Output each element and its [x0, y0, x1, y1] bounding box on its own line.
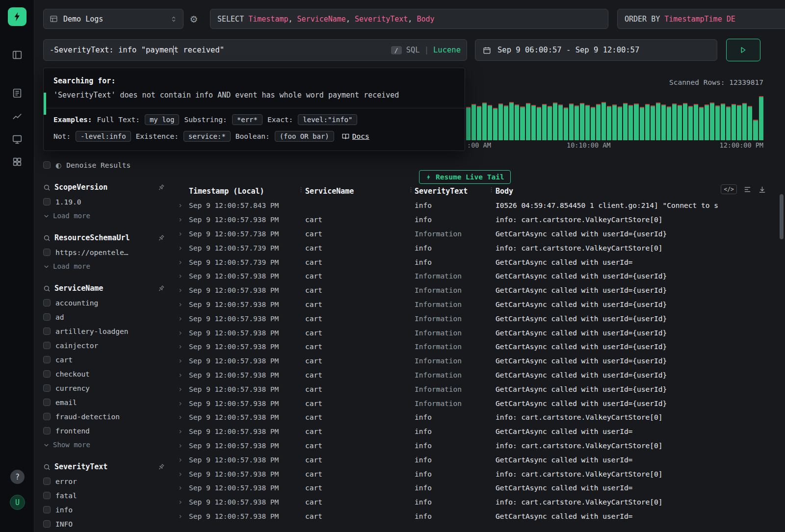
filter-option[interactable]: fraud-detection [43, 409, 173, 424]
mode-sql-toggle[interactable]: SQL [406, 46, 420, 54]
checkbox[interactable] [43, 520, 51, 528]
expand-chevron-icon[interactable]: › [178, 385, 189, 394]
column-header-timestamp[interactable]: Timestamp (Local) [189, 187, 305, 196]
log-row[interactable]: ›Sep 9 12:00:57.938 PMcartinfoGetCartAsy… [173, 425, 782, 439]
expand-chevron-icon[interactable]: › [178, 498, 189, 507]
histogram-bar[interactable] [651, 105, 655, 140]
line-view-icon[interactable] [743, 185, 752, 194]
expand-chevron-icon[interactable]: › [178, 399, 189, 408]
filter-option[interactable]: cart [43, 353, 173, 367]
expand-chevron-icon[interactable]: › [178, 371, 189, 380]
log-row[interactable]: ›Sep 9 12:00:57.938 PMcartInformationGet… [173, 311, 782, 326]
checkbox[interactable] [43, 492, 51, 499]
histogram-bar[interactable] [569, 103, 574, 140]
histogram-bar[interactable] [683, 103, 687, 140]
histogram-bar[interactable] [591, 107, 595, 140]
user-avatar[interactable]: U [10, 495, 25, 510]
log-row[interactable]: ›Sep 9 12:00:57.938 PMcartInformationGet… [173, 298, 782, 312]
sidebar-toggle-icon[interactable] [11, 49, 23, 61]
histogram-bar[interactable] [466, 107, 471, 140]
expand-chevron-icon[interactable]: › [178, 300, 189, 309]
expand-chevron-icon[interactable]: › [178, 512, 189, 521]
checkbox[interactable] [43, 478, 51, 485]
histogram-bar[interactable] [753, 120, 758, 140]
log-row[interactable]: ›Sep 9 12:00:57.938 PMcartInformationGet… [173, 269, 782, 283]
source-select[interactable]: Demo Logs [43, 9, 183, 29]
histogram-bar[interactable] [498, 103, 503, 140]
histogram-bar[interactable] [688, 106, 693, 140]
filter-option[interactable]: info [43, 503, 173, 517]
log-row[interactable]: ›Sep 9 12:00:57.739 PMcartinfoinfo: cart… [173, 241, 782, 255]
histogram-bar[interactable] [548, 106, 552, 140]
expand-chevron-icon[interactable]: › [178, 244, 189, 253]
histogram-bar[interactable] [564, 107, 568, 140]
select-columns-input[interactable]: SELECT Timestamp, ServiceName, SeverityT… [210, 9, 608, 29]
mode-lucene-toggle[interactable]: Lucene [433, 46, 461, 54]
histogram-bar[interactable] [515, 104, 519, 140]
vertical-scrollbar[interactable] [780, 194, 784, 239]
log-row[interactable]: ›Sep 9 12:00:57.938 PMcartinfoinfo: cart… [173, 495, 782, 509]
histogram-bar[interactable] [526, 103, 530, 140]
histogram-bar[interactable] [558, 104, 563, 140]
checkbox[interactable] [43, 161, 51, 169]
logs-nav-icon[interactable] [11, 87, 23, 99]
histogram-bar[interactable] [482, 102, 487, 140]
load-more-link[interactable]: Load more [43, 209, 173, 223]
log-row[interactable]: ›Sep 9 12:00:57.739 PMcartinfoGetCartAsy… [173, 255, 782, 269]
filter-option[interactable]: ad [43, 310, 173, 324]
histogram-bar[interactable] [726, 106, 731, 140]
filter-option[interactable]: cainjector [43, 338, 173, 353]
log-row[interactable]: ›Sep 9 12:00:57.843 PMinfoI0526 04:59:47… [173, 199, 782, 213]
log-row[interactable]: ›Sep 9 12:00:57.938 PMcartInformationGet… [173, 283, 782, 298]
filter-option[interactable]: currency [43, 381, 173, 395]
date-range-picker[interactable]: Sep 9 06:00:57 - Sep 9 12:00:57 [475, 39, 717, 61]
show-more-link[interactable]: Show more [43, 438, 173, 452]
resume-live-tail-button[interactable]: Resume Live Tail [419, 170, 511, 184]
histogram-bar[interactable] [715, 105, 720, 140]
expand-chevron-icon[interactable]: › [178, 314, 189, 323]
checkbox[interactable] [43, 384, 51, 392]
log-row[interactable]: ›Sep 9 12:00:57.938 PMcartInformationGet… [173, 368, 782, 382]
column-resize-handle[interactable]: ⋮ [408, 186, 414, 193]
filter-option[interactable]: email [43, 395, 173, 409]
histogram-bar[interactable] [553, 102, 557, 140]
histogram-bar[interactable] [645, 104, 650, 140]
checkbox[interactable] [43, 328, 51, 335]
filter-option[interactable]: checkout [43, 367, 173, 381]
histogram-bar[interactable] [612, 104, 617, 140]
histogram-bar[interactable] [509, 102, 514, 140]
histogram-bar[interactable] [618, 106, 622, 140]
histogram-bar[interactable] [531, 105, 536, 140]
checkbox[interactable] [43, 356, 51, 363]
histogram-bar[interactable] [580, 103, 584, 140]
checkbox[interactable] [43, 506, 51, 513]
expand-chevron-icon[interactable]: › [178, 215, 189, 224]
pin-icon[interactable] [156, 461, 166, 472]
log-row[interactable]: ›Sep 9 12:00:57.938 PMcartInformationGet… [173, 382, 782, 396]
histogram-bar[interactable] [737, 105, 741, 140]
checkbox[interactable] [43, 342, 51, 349]
denoise-results-toggle[interactable]: ◐ Denoise Results [43, 158, 173, 172]
load-more-link[interactable]: Load more [43, 259, 173, 273]
filter-option[interactable]: frontend [43, 424, 173, 438]
expand-chevron-icon[interactable]: › [178, 286, 189, 295]
docs-link[interactable]: Docs [342, 132, 369, 140]
checkbox[interactable] [43, 413, 51, 420]
gear-icon[interactable]: ⚙ [186, 12, 201, 26]
filter-option[interactable]: error [43, 474, 173, 488]
histogram-bar[interactable] [471, 104, 476, 140]
histogram-bar[interactable] [607, 106, 611, 140]
histogram-bar[interactable] [628, 105, 633, 140]
histogram-bar[interactable] [656, 102, 660, 140]
column-resize-handle[interactable]: ⋮ [488, 186, 495, 193]
monitor-nav-icon[interactable] [11, 133, 23, 145]
chart-nav-icon[interactable] [11, 111, 23, 123]
histogram-bar[interactable] [602, 102, 606, 140]
filter-option[interactable]: artillery-loadgen [43, 324, 173, 338]
search-input[interactable]: -SeverityText: info "payment received" /… [43, 39, 467, 61]
histogram-bar[interactable] [759, 96, 763, 140]
histogram-bar[interactable] [699, 107, 704, 140]
log-row[interactable]: ›Sep 9 12:00:57.938 PMcartInformationGet… [173, 354, 782, 368]
column-resize-handle[interactable]: ⋮ [298, 186, 304, 193]
checkbox[interactable] [43, 313, 51, 321]
